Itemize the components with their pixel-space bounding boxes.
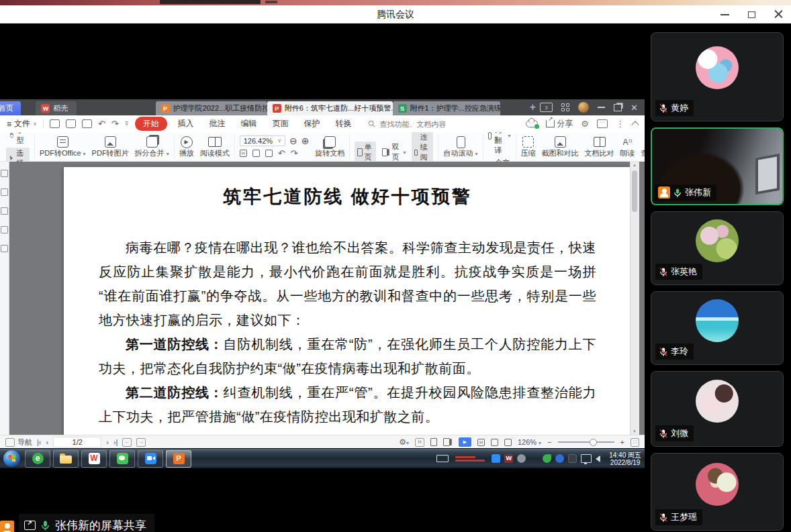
next-page-icon[interactable]: › bbox=[106, 438, 109, 446]
pdf-to-office-button[interactable]: PDF转Office ▾ bbox=[40, 136, 86, 157]
more-dropdown-icon[interactable]: ⊽ bbox=[125, 121, 129, 127]
prev-page-icon[interactable]: ‹ bbox=[46, 438, 49, 446]
auto-scroll-button[interactable]: 自动滚动 ▾ bbox=[443, 136, 477, 157]
participant-tile[interactable]: 刘微 bbox=[651, 371, 784, 447]
cloud-sync-icon[interactable] bbox=[526, 120, 538, 127]
apps-grid-icon[interactable] bbox=[561, 103, 569, 111]
wps-tray-icon[interactable]: W bbox=[504, 454, 513, 463]
settings-gear-icon[interactable]: ⚙ bbox=[581, 119, 589, 129]
rotate-left-icon[interactable]: ↶ bbox=[278, 148, 285, 158]
doc-compare-button[interactable]: 文档比对 bbox=[585, 136, 614, 157]
taskbar-wps-button[interactable]: W bbox=[81, 450, 107, 468]
vertical-scrollbar[interactable]: ▲ ▼ bbox=[630, 162, 639, 435]
stamp-panel-icon[interactable] bbox=[1, 245, 8, 252]
tab-presentation[interactable]: P 护理学院2022...职工疫情防控培训 bbox=[156, 101, 267, 115]
volume-icon[interactable] bbox=[596, 456, 600, 462]
network-icon[interactable] bbox=[581, 454, 592, 463]
minimize-icon[interactable] bbox=[720, 14, 729, 15]
comment-icon[interactable]: ··· bbox=[597, 119, 608, 128]
rotate-doc-button[interactable]: 旋转文档 bbox=[315, 136, 344, 157]
read-aloud-button[interactable]: A⁾⁾朗读 bbox=[620, 136, 635, 157]
menu-insert[interactable]: 插入 bbox=[173, 117, 199, 131]
zoom-slider-knob[interactable] bbox=[590, 439, 597, 446]
status-zoom-value[interactable]: 126% ▾ bbox=[518, 438, 541, 446]
user-avatar[interactable] bbox=[578, 102, 589, 113]
maximize-icon[interactable] bbox=[748, 11, 755, 18]
taskbar-clock[interactable]: 14:40 周五2022/8/19 bbox=[609, 451, 641, 466]
input-method-icon[interactable] bbox=[436, 455, 449, 462]
menu-convert[interactable]: 转换 bbox=[331, 117, 357, 131]
status-page-indicator[interactable]: 1/2 bbox=[53, 437, 101, 447]
fit-width-icon[interactable] bbox=[252, 150, 260, 157]
workspace-icon[interactable]: 3 bbox=[540, 103, 553, 112]
play-button[interactable]: ▶播放 bbox=[179, 136, 194, 157]
rotate-right-icon[interactable]: ↷ bbox=[291, 148, 298, 158]
taskbar-explorer-button[interactable] bbox=[53, 450, 79, 468]
bookmark-panel-icon[interactable] bbox=[1, 170, 8, 177]
search-input[interactable] bbox=[379, 119, 469, 129]
fit-width-status-icon[interactable] bbox=[491, 439, 498, 446]
undo-icon[interactable]: ↶ bbox=[98, 119, 105, 129]
screenshot-compare-button[interactable]: 截图和对比 bbox=[542, 136, 579, 157]
menu-edit[interactable]: 编辑 bbox=[236, 117, 262, 131]
open-icon[interactable] bbox=[50, 119, 60, 128]
auto-scroll-status-icon[interactable]: ⚙▾ bbox=[399, 438, 409, 446]
security-tray-icon[interactable] bbox=[530, 454, 539, 463]
zoom-plus-icon[interactable]: + bbox=[620, 438, 624, 446]
zoom-slider[interactable] bbox=[558, 441, 614, 443]
forward-view-icon[interactable]: → bbox=[136, 438, 146, 447]
double-page-mode[interactable]: 双页▾ bbox=[379, 142, 408, 163]
menu-start[interactable]: 开始 bbox=[135, 117, 167, 131]
hand-status-icon[interactable]: H bbox=[415, 438, 424, 447]
search-box[interactable] bbox=[368, 119, 469, 129]
wps-minimize-icon[interactable] bbox=[598, 107, 605, 108]
redo-icon[interactable]: ↷ bbox=[111, 119, 119, 129]
scroll-down-icon[interactable]: ▼ bbox=[633, 429, 637, 433]
attachment-panel-icon[interactable] bbox=[1, 226, 8, 233]
close-icon[interactable] bbox=[774, 10, 783, 19]
tab-docer[interactable]: W 稻壳 bbox=[36, 101, 76, 115]
wechat-tray-icon[interactable] bbox=[543, 454, 551, 463]
read-mode-button[interactable]: 阅读模式 bbox=[200, 136, 230, 157]
meeting-tray-icon[interactable] bbox=[492, 454, 500, 463]
zoom-minus-icon[interactable]: − bbox=[547, 438, 551, 446]
tab-pdf-active[interactable]: P 附件6：筑牢七道防...好十项预警.pdf × bbox=[267, 101, 393, 115]
menu-page[interactable]: 页面 bbox=[268, 117, 293, 131]
start-button[interactable] bbox=[3, 450, 20, 467]
share-button[interactable]: 分享 bbox=[546, 118, 573, 129]
save-icon[interactable] bbox=[66, 119, 76, 128]
taskbar-browser-button[interactable]: e bbox=[25, 450, 50, 468]
more-menu-icon[interactable]: ⋮ bbox=[616, 119, 624, 129]
fullscreen-icon[interactable]: ⛶ bbox=[631, 438, 639, 447]
zoom-in-icon[interactable]: ⊕ bbox=[301, 136, 310, 146]
marquee-zoom-icon[interactable] bbox=[265, 150, 273, 157]
thumbnail-panel-icon[interactable] bbox=[1, 189, 8, 196]
participant-tile-active-speaker[interactable]: 张伟新 bbox=[651, 127, 784, 205]
single-page-mode[interactable]: 单页 bbox=[355, 142, 376, 163]
scrollbar-thumb[interactable] bbox=[632, 170, 637, 212]
annotation-panel-icon[interactable] bbox=[1, 207, 8, 215]
play-status-button[interactable]: ▶ bbox=[459, 437, 471, 447]
fit-page-status-icon[interactable] bbox=[477, 439, 485, 446]
participant-tile[interactable]: 张英艳 bbox=[651, 211, 784, 285]
first-page-icon[interactable]: |‹ bbox=[37, 438, 42, 446]
zoom-level-select[interactable]: 126.42%∨ bbox=[240, 136, 285, 146]
new-tab-button[interactable]: + bbox=[526, 101, 540, 113]
collapse-ribbon-icon[interactable] bbox=[631, 121, 639, 128]
fit-page-icon[interactable] bbox=[240, 150, 247, 157]
tab-sheet[interactable]: S 附件1：护理学...控应急演练脚本 bbox=[393, 101, 500, 115]
split-merge-button[interactable]: 拆分合并 ▾ bbox=[135, 136, 169, 157]
pdf-to-image-button[interactable]: PDF转图片 bbox=[92, 136, 129, 157]
zoom-out-icon[interactable]: ⊖ bbox=[289, 136, 297, 146]
nav-panel-button[interactable]: 导航 bbox=[5, 437, 32, 447]
participant-tile[interactable]: 王梦瑶 bbox=[651, 453, 784, 531]
double-page-status-icon[interactable] bbox=[443, 438, 450, 446]
pdf-page[interactable]: 筑牢七道防线 做好十项预警 病毒在哪？疫情在哪出现？谁也给不出答案。科学筛查主动… bbox=[64, 167, 630, 435]
compress-button[interactable]: 压缩 bbox=[521, 136, 536, 157]
participant-tile[interactable]: 李玲 bbox=[651, 291, 784, 365]
taskbar-wechat-button[interactable] bbox=[109, 450, 135, 468]
tab-home[interactable]: 首页 bbox=[0, 101, 21, 115]
participant-tile[interactable]: 黄婷 bbox=[651, 32, 784, 121]
wps-close-icon[interactable]: ✕ bbox=[631, 103, 638, 112]
print-icon[interactable] bbox=[82, 119, 92, 128]
